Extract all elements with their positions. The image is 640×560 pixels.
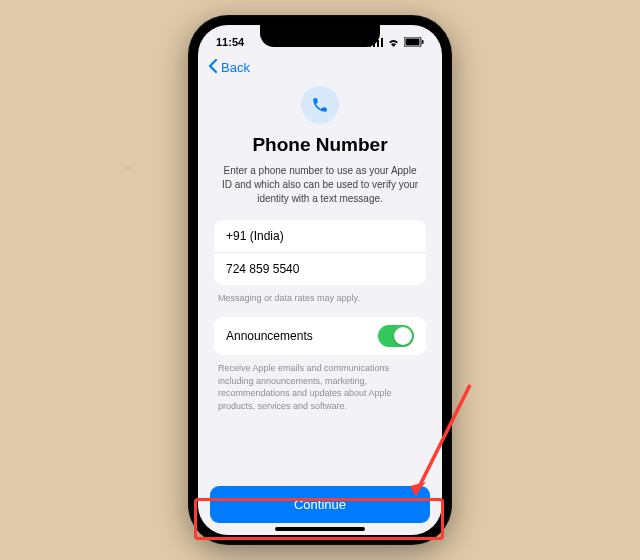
home-indicator[interactable] (275, 527, 365, 531)
announcements-row: Announcements (214, 317, 426, 355)
battery-icon (404, 37, 424, 47)
wifi-icon (387, 38, 400, 47)
page-subtitle: Enter a phone number to use as your Appl… (214, 164, 426, 220)
phone-field-group: +91 (India) 724 859 5540 (214, 220, 426, 285)
chevron-left-icon (208, 59, 218, 76)
nav-bar: Back (198, 55, 442, 84)
back-label: Back (221, 60, 250, 75)
announcements-label: Announcements (226, 329, 313, 343)
svg-rect-6 (422, 40, 424, 44)
phone-screen: 11:54 Back (198, 25, 442, 535)
phone-number-field[interactable]: 724 859 5540 (214, 253, 426, 285)
rates-hint: Messaging or data rates may apply. (214, 290, 426, 317)
phone-device-frame: 11:54 Back (188, 15, 452, 545)
country-code-field[interactable]: +91 (India) (214, 220, 426, 253)
notch (260, 25, 380, 47)
svg-rect-5 (406, 39, 420, 46)
svg-rect-3 (381, 38, 383, 47)
toggle-knob (394, 327, 412, 345)
phone-icon (301, 86, 339, 124)
announcements-description: Receive Apple emails and communications … (214, 360, 426, 414)
page-title: Phone Number (214, 134, 426, 156)
continue-button[interactable]: Continue (210, 486, 430, 523)
status-time: 11:54 (216, 36, 244, 48)
back-button[interactable]: Back (208, 59, 250, 76)
announcements-toggle[interactable] (378, 325, 414, 347)
